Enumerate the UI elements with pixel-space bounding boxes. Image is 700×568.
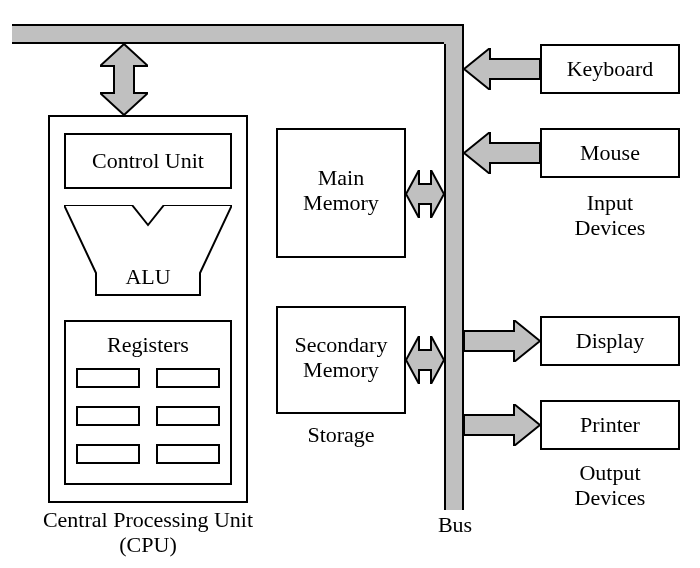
double-arrow-icon [406,336,444,384]
svg-marker-6 [464,320,540,362]
svg-marker-7 [464,404,540,446]
display-label: Display [540,328,680,353]
main-memory-label: Main Memory [276,165,406,216]
register-cell [76,368,140,388]
cpu-caption: Central Processing Unit (CPU) [18,507,278,558]
register-cell [156,406,220,426]
arrow-right-icon [464,320,540,362]
control-unit-label: Control Unit [64,148,232,173]
bus-horizontal [12,24,462,44]
architecture-diagram: Bus Control Unit ALU Registers Central P… [0,0,700,568]
svg-marker-4 [464,48,540,90]
register-cell [156,368,220,388]
registers-label: Registers [64,332,232,357]
storage-caption: Storage [276,422,406,447]
double-arrow-icon [100,44,148,115]
bus-vertical [444,42,464,510]
arrow-right-icon [464,404,540,446]
keyboard-label: Keyboard [540,56,680,81]
arrow-left-icon [464,48,540,90]
svg-marker-2 [406,170,444,218]
double-arrow-icon [406,170,444,218]
svg-marker-3 [406,336,444,384]
register-cell [76,406,140,426]
register-cell [76,444,140,464]
register-cell [156,444,220,464]
input-devices-caption: Input Devices [540,190,680,241]
alu-label: ALU [64,264,232,289]
bus-label: Bus [420,512,490,537]
printer-label: Printer [540,412,680,437]
output-devices-caption: Output Devices [540,460,680,511]
svg-marker-1 [100,44,148,115]
arrow-left-icon [464,132,540,174]
mouse-label: Mouse [540,140,680,165]
bus-corner-mask [446,26,462,44]
secondary-memory-label: Secondary Memory [276,332,406,383]
svg-marker-5 [464,132,540,174]
